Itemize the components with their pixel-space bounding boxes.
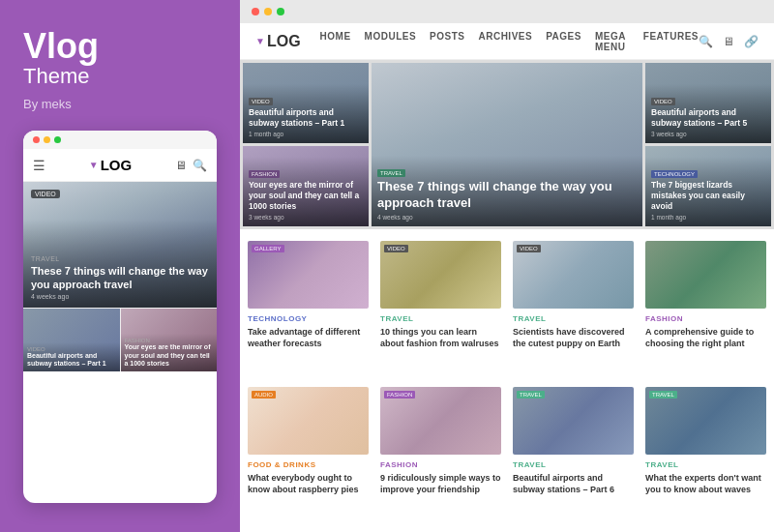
post-card-8: TRAVEL TRAVEL What the experts don't wan… xyxy=(645,387,766,521)
post-1-badge: GALLERY xyxy=(252,245,284,252)
feat-center-date: 4 weeks ago xyxy=(377,214,637,221)
post-7-category: TRAVEL xyxy=(513,460,634,469)
brand-by: By meks xyxy=(23,97,217,111)
post-thumb-1[interactable]: GALLERY xyxy=(248,241,369,309)
mobile-thumb-row: VIDEO Beautiful airports and subway stat… xyxy=(23,308,217,371)
post-thumb-6[interactable]: FASHION xyxy=(380,387,501,455)
feat-top-left-overlay: VIDEO Beautiful airports and subway stat… xyxy=(243,84,369,143)
post-2-title: 10 things you can learn about fashion fr… xyxy=(380,326,501,349)
post-1-title: Take advantage of different weather fore… xyxy=(248,326,369,349)
left-panel: Vlog Theme By meks ☰ ▼ LOG 🖥 🔍 VIDEO xyxy=(0,0,240,532)
screen-icon[interactable]: 🖥 xyxy=(723,35,734,48)
post-3-title: Scientists have discovered the cutest pu… xyxy=(513,326,634,349)
nav-posts[interactable]: POSTS xyxy=(430,31,464,52)
post-7-badge: TRAVEL xyxy=(517,391,545,399)
feat-bottom-left-title: Your eyes are the mirror of your soul an… xyxy=(249,180,363,212)
post-thumb-8[interactable]: TRAVEL xyxy=(645,387,766,455)
mobile-logo: ▼ LOG xyxy=(53,157,167,173)
mobile-hero-title: These 7 things will change the way you a… xyxy=(31,264,209,292)
feat-center-title: These 7 things will change the way you a… xyxy=(377,179,637,212)
mobile-thumb-1-overlay: VIDEO Beautiful airports and subway stat… xyxy=(23,342,120,372)
browser-dot-red xyxy=(252,8,259,15)
nav-pages[interactable]: PAGES xyxy=(546,31,581,52)
post-1-category: TECHNOLOGY xyxy=(248,314,369,323)
mobile-dot-yellow xyxy=(44,136,50,143)
browser-dot-green xyxy=(277,8,284,15)
mobile-search-icon[interactable]: 🔍 xyxy=(193,159,207,172)
feat-bottom-right[interactable]: TECHNOLOGY The 7 biggest lizards mistake… xyxy=(645,146,771,226)
post-card-3: VIDEO TRAVEL Scientists have discovered … xyxy=(513,241,634,375)
post-card-2: VIDEO TRAVEL 10 things you can learn abo… xyxy=(380,241,501,375)
brand-subtitle: Theme xyxy=(23,64,217,89)
nav-megamenu[interactable]: MEGA MENU xyxy=(595,31,630,52)
site-logo-text: LOG xyxy=(267,33,301,50)
post-3-category: TRAVEL xyxy=(513,314,634,323)
mobile-category-label: TRAVEL xyxy=(31,255,209,262)
brand-title: Vlog xyxy=(23,29,217,64)
featured-col-right: VIDEO Beautiful airports and subway stat… xyxy=(645,63,771,226)
feat-top-right-title: Beautiful airports and subway stations –… xyxy=(651,107,765,129)
post-2-category: TRAVEL xyxy=(380,314,501,323)
feat-bottom-right-overlay: TECHNOLOGY The 7 biggest lizards mistake… xyxy=(645,157,771,226)
post-thumb-5[interactable]: AUDIO xyxy=(248,387,369,455)
mobile-mockup: ☰ ▼ LOG 🖥 🔍 VIDEO TRAVEL These 7 things … xyxy=(23,131,217,503)
nav-home[interactable]: HOME xyxy=(320,31,351,52)
post-6-title: 9 ridiculously simple ways to improve yo… xyxy=(380,472,501,495)
mobile-nav-icons: 🖥 🔍 xyxy=(175,159,207,172)
mobile-dot-green xyxy=(54,136,61,143)
post-6-badge: FASHION xyxy=(384,391,415,399)
feat-bottom-left[interactable]: FASHION Your eyes are the mirror of your… xyxy=(243,146,369,226)
nav-features[interactable]: FEATURES xyxy=(643,31,699,52)
featured-col-left: VIDEO Beautiful airports and subway stat… xyxy=(243,63,369,226)
mobile-video-badge: VIDEO xyxy=(31,190,60,198)
post-4-title: A comprehensive guide to choosing the ri… xyxy=(645,326,766,349)
site-nav-icons: 🔍 🖥 🔗 xyxy=(699,35,759,48)
feat-top-right[interactable]: VIDEO Beautiful airports and subway stat… xyxy=(645,63,771,143)
post-thumb-4[interactable] xyxy=(645,241,766,309)
post-3-badge: VIDEO xyxy=(517,245,541,252)
feat-top-left[interactable]: VIDEO Beautiful airports and subway stat… xyxy=(243,63,369,143)
featured-section: VIDEO Beautiful airports and subway stat… xyxy=(240,60,774,229)
mobile-logo-text: LOG xyxy=(101,157,133,173)
post-card-5: AUDIO FOOD & DRINKS What everybody ought… xyxy=(248,387,369,521)
mobile-dot-red xyxy=(33,136,40,143)
post-5-title: What everybody ought to know about raspb… xyxy=(248,472,369,495)
post-thumb-7[interactable]: TRAVEL xyxy=(513,387,634,455)
post-thumb-2[interactable]: VIDEO xyxy=(380,241,501,309)
mobile-thumb-2: FASHION Your eyes are the mirror of your… xyxy=(121,309,218,371)
feat-bottom-right-date: 1 month ago xyxy=(651,214,765,221)
feat-center-overlay: TRAVEL These 7 things will change the wa… xyxy=(372,156,642,226)
mobile-thumb-2-overlay: FASHION Your eyes are the mirror of your… xyxy=(121,334,218,371)
posts-grid: GALLERY TECHNOLOGY Take advantage of dif… xyxy=(240,229,774,532)
post-card-7: TRAVEL TRAVEL Beautiful airports and sub… xyxy=(513,387,634,521)
feat-bottom-left-badge: FASHION xyxy=(249,170,280,178)
nav-archives[interactable]: ARCHIVES xyxy=(478,31,532,52)
post-card-4: FASHION A comprehensive guide to choosin… xyxy=(645,241,766,375)
mobile-hero-text: TRAVEL These 7 things will change the wa… xyxy=(31,255,209,301)
browser-dot-yellow xyxy=(264,8,272,15)
mobile-nav: ☰ ▼ LOG 🖥 🔍 xyxy=(23,149,217,182)
post-thumb-3[interactable]: VIDEO xyxy=(513,241,634,309)
post-8-category: TRAVEL xyxy=(645,460,766,469)
post-8-badge: TRAVEL xyxy=(649,391,677,399)
mobile-logo-arrow: ▼ xyxy=(89,160,99,170)
search-icon[interactable]: 🔍 xyxy=(699,35,713,48)
mobile-content: VIDEO TRAVEL These 7 things will change … xyxy=(23,182,217,371)
mobile-hero: VIDEO TRAVEL These 7 things will change … xyxy=(23,182,217,308)
post-8-title: What the experts don't want you to know … xyxy=(645,472,766,495)
mobile-thumb-1: VIDEO Beautiful airports and subway stat… xyxy=(23,309,121,371)
site-logo: ▼ LOG xyxy=(255,33,301,50)
nav-modules[interactable]: MODULES xyxy=(365,31,417,52)
feat-top-left-date: 1 month ago xyxy=(249,131,363,137)
hamburger-icon[interactable]: ☰ xyxy=(33,158,45,173)
mobile-screen-icon[interactable]: 🖥 xyxy=(175,159,187,172)
feat-bottom-left-overlay: FASHION Your eyes are the mirror of your… xyxy=(243,157,369,226)
right-panel: ▼ LOG HOME MODULES POSTS ARCHIVES PAGES … xyxy=(240,0,774,532)
feat-top-right-badge: VIDEO xyxy=(651,98,675,105)
site-header: ▼ LOG HOME MODULES POSTS ARCHIVES PAGES … xyxy=(240,23,774,60)
feat-center[interactable]: TRAVEL These 7 things will change the wa… xyxy=(372,63,642,226)
mobile-top-bar xyxy=(23,131,217,149)
feat-center-badge: TRAVEL xyxy=(377,169,405,177)
share-icon[interactable]: 🔗 xyxy=(744,35,759,48)
browser-chrome xyxy=(240,0,774,23)
